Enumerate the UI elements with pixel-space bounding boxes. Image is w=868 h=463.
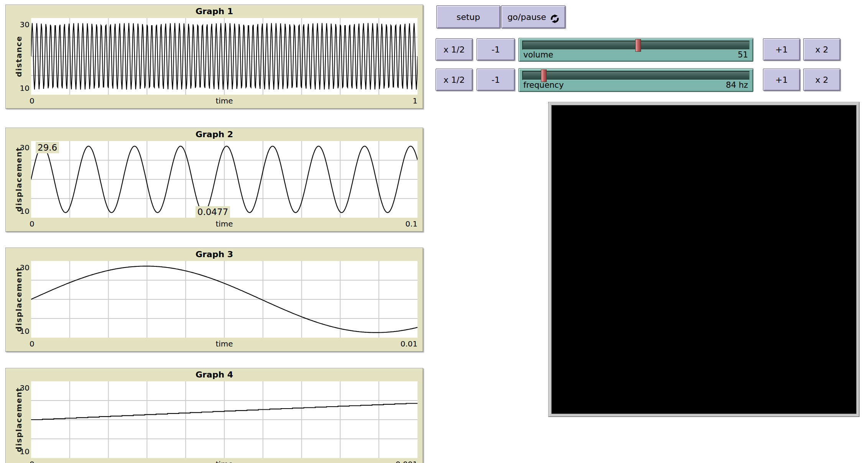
- graph-title: Graph 3: [6, 250, 423, 259]
- frequency-slider-value: 84 hz: [726, 80, 748, 90]
- frequency-plus-one-label: +1: [775, 75, 787, 85]
- graph-title: Graph 1: [6, 7, 423, 16]
- y-axis-label: distance: [14, 36, 23, 77]
- world-view-frame: [548, 102, 860, 417]
- plot-canvas: [31, 381, 418, 458]
- frequency-minus-one-button[interactable]: -1: [477, 69, 515, 91]
- plot-annotation: 0.0477: [196, 206, 230, 218]
- volume-half-label: x 1/2: [444, 45, 465, 54]
- x-max-label: 0.01: [31, 339, 418, 348]
- frequency-slider[interactable]: frequency 84 hz: [518, 68, 753, 92]
- world-view: [551, 105, 856, 414]
- y-tick-top: 30: [13, 20, 30, 29]
- go-pause-button[interactable]: go/pause: [501, 5, 566, 28]
- forever-icon: [550, 14, 559, 23]
- x-max-label: 0.1: [31, 219, 418, 228]
- plot-canvas: [31, 261, 418, 338]
- volume-plus-one-button[interactable]: +1: [763, 38, 800, 61]
- frequency-half-button[interactable]: x 1/2: [436, 69, 473, 91]
- frequency-minus-one-label: -1: [492, 75, 500, 85]
- volume-minus-one-label: -1: [492, 45, 500, 54]
- plot-graph-2: Graph 2 30 10 displacement 0 time 0.1 29…: [5, 128, 423, 232]
- volume-half-button[interactable]: x 1/2: [436, 38, 473, 61]
- graph-title: Graph 2: [6, 130, 423, 139]
- plot-canvas: [31, 18, 418, 95]
- volume-times-two-button[interactable]: x 2: [803, 38, 840, 61]
- frequency-half-label: x 1/2: [444, 75, 465, 85]
- volume-slider[interactable]: volume 51: [518, 38, 753, 62]
- volume-plus-one-label: +1: [775, 45, 787, 54]
- setup-button-label: setup: [457, 12, 480, 22]
- frequency-times-two-label: x 2: [815, 75, 828, 85]
- frequency-plus-one-button[interactable]: +1: [763, 69, 800, 91]
- x-max-label: 0.001: [31, 460, 418, 463]
- y-axis-label: displacement: [14, 267, 23, 332]
- x-max-label: 1: [31, 96, 418, 105]
- y-tick-bottom: 10: [13, 84, 30, 93]
- frequency-times-two-button[interactable]: x 2: [803, 69, 840, 91]
- plot-graph-4: Graph 4 30 10 displacement 0 time 0.001: [5, 368, 423, 463]
- volume-slider-handle[interactable]: [635, 39, 641, 52]
- setup-button[interactable]: setup: [436, 5, 500, 28]
- frequency-slider-label: frequency: [523, 80, 564, 90]
- graph-title: Graph 4: [6, 370, 423, 379]
- frequency-slider-track[interactable]: [522, 71, 750, 80]
- plot-graph-3: Graph 3 30 10 displacement 0 time 0.01: [5, 248, 423, 352]
- plot-graph-1: Graph 1 30 10 distance 0 time 1: [5, 5, 423, 109]
- y-axis-label: displacement: [14, 147, 23, 212]
- volume-slider-value: 51: [738, 50, 748, 59]
- go-pause-button-label: go/pause: [507, 12, 546, 22]
- volume-times-two-label: x 2: [815, 45, 828, 54]
- plot-annotation: 29.6: [36, 142, 59, 153]
- volume-slider-label: volume: [523, 50, 553, 59]
- volume-minus-one-button[interactable]: -1: [477, 38, 515, 61]
- y-axis-label: displacement: [14, 387, 23, 452]
